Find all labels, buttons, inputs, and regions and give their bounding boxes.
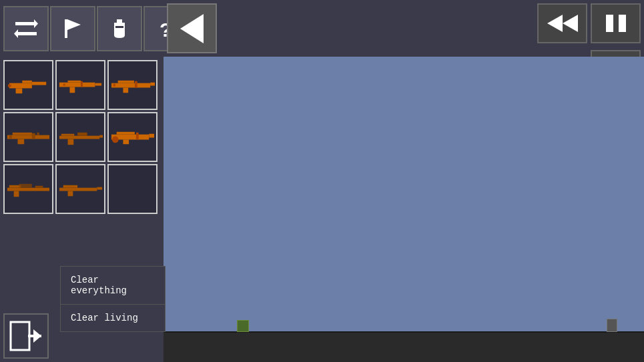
weapon-slot-3[interactable]: [107, 60, 157, 110]
svg-rect-19: [67, 81, 80, 83]
svg-rect-20: [69, 87, 75, 93]
svg-rect-47: [7, 188, 49, 191]
svg-marker-9: [563, 15, 578, 32]
svg-rect-21: [95, 83, 101, 86]
svg-marker-10: [547, 15, 563, 32]
pistol-icon: [6, 75, 51, 95]
back-triangle-icon: [180, 14, 204, 43]
svg-rect-50: [35, 186, 43, 188]
flag-icon: [61, 17, 85, 41]
svg-rect-34: [31, 133, 35, 139]
svg-rect-16: [31, 82, 45, 85]
swap-icon: [14, 17, 38, 41]
svg-rect-11: [606, 15, 613, 32]
svg-rect-33: [9, 136, 11, 139]
svg-rect-14: [22, 81, 32, 83]
svg-rect-30: [7, 135, 49, 139]
weapon-slot-6[interactable]: [107, 112, 157, 162]
svg-point-45: [111, 137, 118, 143]
svg-rect-15: [15, 88, 22, 93]
svg-rect-22: [63, 84, 65, 86]
bottle-icon: [107, 17, 131, 41]
pause-icon: [603, 13, 629, 33]
smg-icon: [58, 75, 103, 95]
svg-rect-2: [18, 32, 37, 35]
weapon-slot-5[interactable]: [55, 112, 105, 162]
weapon-slot-9[interactable]: [107, 164, 157, 214]
svg-rect-27: [150, 83, 155, 86]
svg-rect-6: [117, 19, 122, 23]
svg-rect-35: [37, 133, 39, 135]
swap-button[interactable]: [3, 6, 49, 51]
svg-rect-44: [149, 134, 154, 138]
svg-rect-52: [59, 188, 96, 191]
svg-rect-24: [111, 83, 149, 88]
exit-button[interactable]: [3, 313, 49, 359]
svg-rect-23: [81, 81, 83, 87]
rewind-button[interactable]: [537, 3, 587, 43]
svg-rect-25: [117, 81, 133, 83]
player-entity: [237, 320, 249, 332]
svg-marker-5: [67, 19, 81, 30]
svg-rect-4: [65, 19, 67, 38]
svg-marker-1: [34, 19, 38, 28]
flag-button[interactable]: [50, 6, 95, 51]
svg-rect-43: [123, 139, 129, 144]
assault-rifle-icon: [110, 75, 155, 95]
svg-rect-36: [59, 136, 99, 139]
svg-rect-51: [19, 184, 31, 188]
svg-rect-29: [134, 81, 137, 88]
weapon-slot-8[interactable]: [55, 164, 105, 214]
svg-rect-55: [97, 187, 102, 190]
svg-rect-31: [12, 133, 31, 135]
svg-rect-0: [15, 22, 34, 25]
rewind-icon: [546, 13, 579, 33]
weapon-slot-4[interactable]: [3, 112, 53, 162]
svg-rect-32: [17, 139, 24, 144]
svg-rect-7: [115, 26, 123, 28]
svg-rect-12: [619, 15, 626, 32]
svg-rect-49: [13, 191, 19, 197]
svg-rect-40: [77, 133, 87, 136]
ground: [164, 332, 644, 362]
clear-everything-item[interactable]: Clear everything: [61, 267, 165, 305]
pause-button[interactable]: [591, 3, 641, 43]
svg-rect-37: [61, 134, 73, 136]
svg-rect-53: [63, 185, 77, 188]
svg-rect-13: [9, 83, 31, 89]
shotgun-icon: [58, 127, 103, 147]
clear-living-item[interactable]: Clear living: [61, 305, 165, 331]
svg-rect-54: [67, 191, 73, 196]
lmg-icon: [110, 127, 155, 147]
svg-rect-42: [116, 132, 134, 135]
exit-icon: [9, 319, 43, 353]
back-button[interactable]: [167, 3, 217, 53]
bottle-button[interactable]: [97, 6, 142, 51]
svg-marker-61: [33, 329, 41, 343]
toolbar: ?: [0, 0, 164, 57]
game-area[interactable]: [164, 57, 644, 332]
entity2: [607, 319, 617, 332]
weapon-slot-7[interactable]: [3, 164, 53, 214]
svg-marker-3: [14, 29, 18, 38]
machine-gun-icon: [6, 127, 51, 147]
weapon-slot-1[interactable]: [3, 60, 53, 110]
weapon-slot-2[interactable]: [55, 60, 105, 110]
svg-rect-28: [113, 84, 115, 87]
svg-rect-17: [7, 85, 11, 87]
ground-line: [164, 331, 644, 333]
context-menu: Clear everything Clear living: [60, 266, 166, 332]
svg-rect-38: [67, 139, 73, 145]
carbine-icon: [58, 179, 103, 199]
svg-rect-46: [135, 133, 138, 140]
sniper-icon: [6, 179, 51, 199]
weapon-grid: [0, 57, 164, 217]
svg-rect-26: [123, 87, 128, 93]
svg-rect-39: [99, 135, 103, 138]
